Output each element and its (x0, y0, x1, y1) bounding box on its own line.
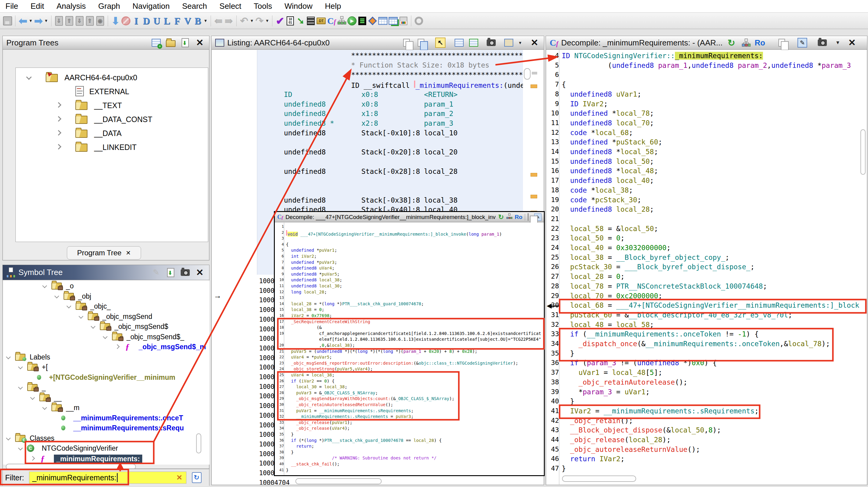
dropdown-icon[interactable]: ▼ (250, 19, 254, 23)
import-symbol-icon[interactable] (165, 267, 177, 278)
table-go-icon[interactable] (388, 14, 398, 28)
symbol-tree-row[interactable]: _o (3, 281, 210, 291)
menu-item-help[interactable]: Help (325, 1, 341, 11)
code-line[interactable]: 22 local_58 = &local_50; (546, 225, 867, 234)
code-line[interactable]: 39 *param_3 = uVar1; (546, 388, 867, 398)
code-line[interactable]: 45 _objc_autoreleaseReturnValue(); (546, 446, 867, 455)
code-line[interactable]: 7 undefined *puVar3; (275, 260, 544, 266)
code-line[interactable]: 32 local_48 = local_58; (546, 321, 867, 331)
program-tree-row[interactable]: __DATA (16, 127, 208, 141)
code-line[interactable]: 21 puVar5 = (undefined8 *)(*(long *)(*(l… (275, 349, 544, 355)
import-green-icon[interactable]: ➘ (296, 14, 306, 28)
chevron-expanded-icon[interactable] (30, 395, 35, 400)
code-line[interactable]: 46 return IVar2; (546, 455, 867, 465)
chevron-collapsed-icon[interactable] (115, 344, 120, 349)
edit-symbol-icon[interactable]: ✎ (150, 267, 162, 278)
program-tree-row[interactable]: AARCH64-64-cpu0x0 (16, 71, 208, 85)
menu-item-graph[interactable]: Graph (98, 1, 120, 11)
noentry-icon[interactable] (121, 14, 131, 28)
chevron-expanded-icon[interactable] (18, 446, 23, 451)
menu-item-navigation[interactable]: Navigation (132, 1, 170, 11)
chevron-expanded-icon[interactable] (6, 354, 11, 359)
listing-vscrollbar[interactable] (524, 68, 531, 80)
symbol-tree-row[interactable]: CClasses (3, 433, 210, 443)
code-line[interactable]: 39 /* WARNING: Subroutine does not retur… (275, 456, 544, 462)
code-line[interactable]: 8 undefined8 uVar1; (546, 90, 867, 100)
code-line[interactable]: 27 local_30 = local_38; (275, 384, 544, 391)
code-line[interactable]: 20 ,0,&local_38); (275, 343, 544, 349)
dropdown-icon[interactable]: ▼ (266, 19, 269, 23)
letter-B-icon[interactable]: B (193, 14, 203, 28)
letter-D-icon[interactable]: D (141, 14, 152, 28)
code-line[interactable]: 29 _objc_msgSend$arrayWithObjects:count:… (275, 396, 544, 402)
code-line[interactable]: 9 undefined8 *puVar5; (275, 272, 544, 278)
program-tree-row[interactable]: __TEXT (16, 99, 208, 113)
code-line[interactable]: 16 undefined8 *local_48; (546, 167, 867, 177)
filter-clear-icon[interactable]: ✕ (176, 474, 182, 482)
code-line[interactable]: 5 undefined *puVar1; (275, 248, 544, 254)
chevron-expanded-icon[interactable] (91, 324, 96, 329)
symbol-tree-row[interactable]: Labels (3, 352, 210, 362)
code-line[interactable]: 33 if (__minimumRequirements:.onceToken … (546, 330, 867, 340)
code-line[interactable]: 10 undefined *local_78; (546, 109, 867, 119)
code-line[interactable]: 20 undefined8 local_28; (546, 205, 867, 215)
code-line[interactable]: 30 local_68 = ___47+[NTGCodeSigningVerif… (546, 302, 867, 311)
symbol-tree-row[interactable]: _ (3, 382, 210, 393)
code-line[interactable]: 19 code *pcStack_30; (546, 196, 867, 206)
code-line[interactable]: 7{ (546, 81, 867, 90)
code-line[interactable]: 12 code *local_68; (546, 129, 867, 138)
letter-L-icon[interactable]: L (162, 14, 172, 28)
save-icon[interactable] (2, 14, 13, 28)
pgdown2-icon[interactable]: ⇩ (74, 14, 85, 28)
refresh-icon[interactable]: ↻ (726, 37, 737, 49)
code-line[interactable]: 25 local_38 = __Block_byref_object_copy_… (546, 254, 867, 263)
code-line[interactable]: 17 undefined8 local_40; (546, 177, 867, 186)
pgup2-icon[interactable]: ⇧ (85, 14, 95, 28)
circle-gray-icon[interactable] (414, 14, 424, 28)
check-icon[interactable]: ✔ (275, 14, 285, 28)
dec-copy-icon[interactable] (776, 37, 787, 49)
code-line[interactable]: 40 } (546, 397, 867, 407)
snapshot-icon[interactable] (180, 267, 191, 278)
overlay-copy-icon[interactable] (528, 214, 529, 221)
chevron-expanded-icon[interactable] (67, 304, 71, 309)
program-tree-row[interactable]: __LINKEDIT (16, 141, 208, 155)
fwd-icon[interactable]: ➡ (33, 14, 43, 28)
symbol-tree-row[interactable]: __minimumRequirements:.onceT (3, 413, 210, 423)
menu-item-file[interactable]: File (5, 1, 18, 11)
swap-left-icon[interactable]: ⇚ (213, 14, 224, 28)
program-tree-tab-close-icon[interactable]: ✕ (126, 249, 131, 257)
import-tree-icon[interactable] (180, 37, 191, 49)
diff-view-icon[interactable] (468, 37, 479, 49)
code-line[interactable]: 28 puVar3 = &_OBJC_CLASS_$_NSArray; (275, 391, 544, 396)
symbol-tree-row[interactable]: _objc_ (3, 302, 210, 311)
code-line[interactable]: 26 if (iVar2 == 0) { (275, 379, 544, 384)
overlay-title-bar[interactable]: Cf Decompile: ___47+[NTGCodeSigningVerif… (275, 212, 544, 222)
code-line[interactable]: 23 local_50 = 0; (546, 234, 867, 244)
chevron-expanded-icon[interactable] (6, 435, 11, 440)
menu-item-search[interactable]: Search (182, 1, 207, 11)
code-line[interactable]: 30 _objc_retainAutoreleasedReturnValue()… (275, 402, 544, 408)
letter-F-icon[interactable]: F (172, 14, 183, 28)
symbol-tree-row[interactable]: _objc_msgSend$ (3, 322, 210, 332)
code-line[interactable]: 23 _objc_msgSend$_reportError:outError:d… (275, 361, 544, 367)
menu-item-edit[interactable]: Edit (31, 1, 44, 11)
code-line[interactable]: 32 __minimumRequirements:.sRequirements … (275, 414, 544, 420)
chevron-expanded-icon[interactable] (18, 365, 23, 370)
symbol-tree-row[interactable]: ƒ_objc_msgSend$_m (3, 342, 210, 352)
dropdown-icon[interactable]: ▼ (29, 19, 33, 23)
symbol-tree-row[interactable]: __m (3, 403, 210, 413)
ro-button[interactable]: Ro (755, 38, 766, 48)
menu-item-analysis[interactable]: Analysis (57, 1, 86, 11)
code-line[interactable]: 42 _objc_retain(); (546, 417, 867, 426)
listing-hscrollbar[interactable] (296, 478, 382, 484)
chevron-expanded-icon[interactable] (42, 284, 47, 288)
pgcam-icon[interactable]: ◉ (95, 14, 105, 28)
code-line[interactable]: 24 local_40 = 0x3032000000; (546, 244, 867, 254)
code-line[interactable]: 15 local_38 = 0; (275, 307, 544, 313)
code-line[interactable]: 35 } (546, 349, 867, 359)
code-line[interactable]: 36 if (*(long *)PTR___stack_chk_guard_10… (275, 438, 544, 444)
overlay-body[interactable]: 12void ___47+[NTGCodeSigningVerifier__mi… (275, 223, 544, 475)
symbol-tree-row[interactable]: _objc_msgSend$_ (3, 332, 210, 342)
dec-snapshot-icon[interactable] (816, 37, 828, 49)
